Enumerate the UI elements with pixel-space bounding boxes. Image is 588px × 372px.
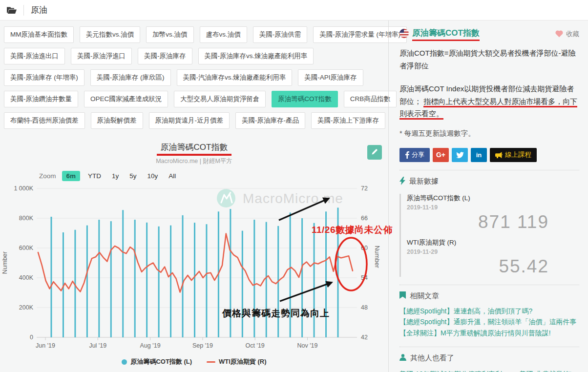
svg-text:Jul '19: Jul '19 [89,342,106,349]
others-viewed-row: 美國-10年期減2年期公債殖利率利差美國-非農就業(年增) [399,369,579,372]
svg-text:200K: 200K [19,304,34,311]
lightning-icon [399,177,405,186]
svg-text:48: 48 [361,304,368,311]
svg-text:Jun '19: Jun '19 [36,342,55,349]
favorite-button[interactable]: 收藏 [555,30,579,39]
chip-盧布vs.油價[interactable]: 盧布vs.油價 [200,26,247,43]
latest-item-label: WTI原油期貨 (R) [407,238,579,247]
chip-美國-原油淨進口[interactable]: 美國-原油淨進口 [71,48,132,64]
description-2-highlight: 指標向上代表大型交易人對原油市場看多，向下則表示看空。 [399,97,577,120]
zoom-label: Zoom [39,172,56,180]
related-article-link[interactable]: 【總經Spotlight】連連創高，油價到頂了嗎? [399,306,579,317]
others-viewed-heading: 其他人也看了 [410,353,454,363]
twitter-share-button[interactable] [452,148,468,162]
others-viewed-link[interactable]: 美國-10年期減2年期公債殖利率利差 [399,369,506,372]
others-viewed-header: 其他人也看了 [399,353,579,363]
twitter-icon [456,152,464,158]
chip-美國-原油上下游庫存[interactable]: 美國-原油上下游庫存 [311,112,385,129]
cot-index-chart[interactable]: 1 000K72800K66600K60400K54200K48042Numbe… [0,184,388,352]
chart-legend: 原油籌碼COT指數 (L) WTI原油期貨 (R) [0,357,388,366]
zoom-option-6m[interactable]: 6m [62,171,81,181]
chip-美國-API原油庫存[interactable]: 美國-API原油庫存 [298,69,363,86]
svg-text:54: 54 [361,274,368,281]
related-articles-list: 【總經Spotlight】連連創高，油價到頂了嗎?【總經Spotlight】通膨… [399,306,579,339]
svg-text:Nov '19: Nov '19 [297,342,318,349]
zoom-option-All[interactable]: All [166,171,179,181]
chip-美國-原油進出口[interactable]: 美國-原油進出口 [4,48,65,64]
legend-cot-index[interactable]: 原油籌碼COT指數 (L) [122,357,192,366]
legend-cot-label: 原油籌碼COT指數 (L) [130,357,192,366]
zoom-controls: Zoom 6mYTD1y5y10yAll [39,171,179,181]
zoom-option-YTD[interactable]: YTD [85,171,104,181]
share-buttons: 分享 G+ in 線上課程 [399,148,579,162]
annotation-not-published: 11/26數據尚未公佈 [312,224,393,236]
svg-text:Number: Number [374,246,381,269]
chip-美國-原油庫存 (庫欣區)[interactable]: 美國-原油庫存 (庫欣區) [90,69,171,86]
svg-text:Sep '19: Sep '19 [192,342,213,349]
latest-item-date: 2019-11-29 [407,248,579,255]
latest-item-value: 871 119 [407,212,579,232]
related-article-link[interactable]: 【全球關注】M平方重磅解讀原油行情與川普陰謀! [399,328,579,339]
latest-data-header: 最新數據 [399,177,579,186]
chart-subtitle: MacroMicro.me | 財經M平方 [0,157,388,165]
chip-美國-原油庫存-產品[interactable]: 美國-原油庫存-產品 [235,112,305,129]
chip-加幣vs.油價[interactable]: 加幣vs.油價 [146,26,193,43]
linkedin-share-button[interactable]: in [471,148,487,162]
chip-大型交易人原油期貨淨留倉[interactable]: 大型交易人原油期貨淨留倉 [174,91,266,107]
separator [399,347,579,347]
related-articles-heading: 相關文章 [410,291,439,301]
top-bar: 原油 [0,0,588,21]
svg-text:MacroMicro.me: MacroMicro.me [243,191,343,206]
megaphone-icon [495,152,503,158]
chip-OPEC國家減產達成狀況[interactable]: OPEC國家減產達成狀況 [84,91,168,107]
page-title: 原油 [31,4,47,16]
chip-原油籌碼COT指數[interactable]: 原油籌碼COT指數 [272,91,338,107]
legend-line-icon [207,361,215,363]
chip-美國-原油庫存vs.煉油廠產能利用率[interactable]: 美國-原油庫存vs.煉油廠產能利用率 [198,48,314,64]
folder-icon[interactable] [7,6,17,14]
online-course-button[interactable]: 線上課程 [490,148,537,162]
zoom-option-5y[interactable]: 5y [126,171,139,181]
related-article-link[interactable]: 【總經Spotlight】通膨升溫，關注領頭羊「油價」這兩件事 [399,316,579,328]
google-plus-share-button[interactable]: G+ [433,148,449,162]
chip-MM原油基本面指數[interactable]: MM原油基本面指數 [4,26,74,43]
description-1: 原油COT指數=原油期貨大額交易者投機者淨部位-避險者淨部位 [399,47,579,72]
facebook-share-label: 分享 [412,150,424,159]
facebook-share-button[interactable]: 分享 [399,148,430,162]
us-flag-icon [399,29,409,40]
chip-原油期貨遠月-近月價差[interactable]: 原油期貨遠月-近月價差 [149,112,230,129]
others-viewed-link[interactable]: 美國-非農就業(年增) [520,369,579,372]
svg-text:0: 0 [30,334,33,341]
svg-text:Aug '19: Aug '19 [140,342,161,349]
chip-布蘭特-西德州原油價差[interactable]: 布蘭特-西德州原油價差 [4,112,85,129]
heart-icon [555,30,564,39]
zoom-option-1y[interactable]: 1y [109,171,122,181]
svg-text:60: 60 [361,245,368,251]
latest-data-heading: 最新數據 [409,177,439,186]
chip-美國-汽油庫存vs.煉油廠產能利用率[interactable]: 美國-汽油庫存vs.煉油廠產能利用率 [177,69,293,86]
divider [23,5,24,16]
edit-chart-button[interactable] [367,145,382,160]
zoom-option-10y[interactable]: 10y [145,171,161,181]
online-course-label: 線上課程 [505,150,531,159]
legend-wti-label: WTI原油期貨 (R) [219,357,266,366]
chip-美元指數vs.油價[interactable]: 美元指數vs.油價 [80,26,140,43]
svg-text:42: 42 [361,334,368,341]
latest-data-list: 原油籌碼COT指數 (L)2019-11-19871 119WTI原油期貨 (R… [399,194,579,277]
person-icon [399,354,406,362]
separator [399,285,579,285]
chip-美國-原油庫存 (年增率)[interactable]: 美國-原油庫存 (年增率) [4,69,84,86]
sidebar-chart-title[interactable]: 原油籌碼COT指數 [412,27,480,41]
favorite-label: 收藏 [566,30,579,39]
update-note: * 每週五更新該週數字。 [399,129,579,138]
chip-原油裂解價差[interactable]: 原油裂解價差 [91,112,143,129]
related-charts-chip-list: MM原油基本面指數美元指數vs.油價加幣vs.油價盧布vs.油價美國-原油供需美… [4,26,387,134]
legend-wti[interactable]: WTI原油期貨 (R) [207,357,266,366]
chip-美國-原油供需[interactable]: 美國-原油供需 [253,26,308,43]
chip-美國-原油庫存[interactable]: 美國-原油庫存 [138,48,192,64]
latest-item-value: 55.42 [407,256,579,277]
svg-text:800K: 800K [19,215,34,222]
latest-item-date: 2019-11-19 [407,204,579,211]
svg-text:72: 72 [361,185,368,192]
chip-美國-原油鑽油井數量[interactable]: 美國-原油鑽油井數量 [4,91,78,107]
